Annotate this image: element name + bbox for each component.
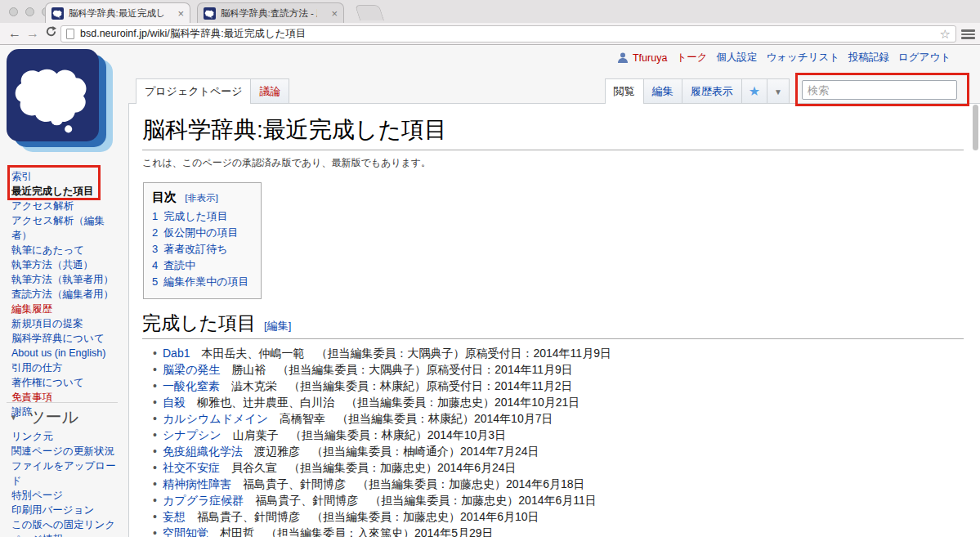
sidebar-nav-list: 索引 最近完成した項目 アクセス解析 アクセス解析（編集者） 執筆にあたって 執…: [11, 169, 124, 419]
sidebar-nav-item: 執筆方法（執筆者用）: [11, 272, 124, 287]
sidebar-nav-link[interactable]: 最近完成した項目: [11, 186, 94, 197]
window-close-button[interactable]: [9, 7, 18, 16]
toc-item: 2仮公開中の項目: [152, 225, 249, 241]
completed-item: 脳梁の発生 勝山裕 （担当編集委員：大隅典子）原稿受付日：2014年11月9日: [163, 361, 964, 378]
sidebar-nav-link[interactable]: 新規項目の提案: [11, 318, 83, 329]
toc-link[interactable]: 4査読中: [152, 259, 195, 271]
toc-item: 3著者改訂待ち: [152, 241, 249, 257]
sidebar-tool-link[interactable]: ファイルをアップロード: [11, 460, 116, 486]
sidebar-nav-link[interactable]: 索引: [11, 171, 32, 182]
completed-item: Dab1 本田岳夫、仲嶋一範 （担当編集委員：大隅典子）原稿受付日：2014年1…: [163, 345, 964, 361]
back-icon[interactable]: ←: [7, 25, 23, 42]
tab-more-actions[interactable]: ▼: [767, 78, 790, 103]
sidebar-nav-link[interactable]: アクセス解析: [11, 200, 74, 212]
sidebar-tool-link[interactable]: 印刷用バージョン: [11, 504, 94, 516]
search-input[interactable]: [808, 84, 951, 96]
new-tab-button[interactable]: [355, 5, 384, 20]
entry-link[interactable]: 免疫組織化学法: [163, 445, 243, 458]
completed-item: カプグラ症候群 福島貴子、針間博彦 （担当編集委員：加藤忠史）2014年6月11…: [163, 492, 964, 508]
sidebar-nav-link[interactable]: 執筆にあたって: [11, 244, 84, 256]
entry-link[interactable]: カルシウムドメイン: [163, 412, 268, 425]
bookmark-star-icon[interactable]: ☆: [940, 28, 951, 40]
sidebar-nav-item: 編集履歴: [11, 302, 124, 316]
sidebar-nav-link[interactable]: アクセス解析（編集者）: [11, 215, 105, 241]
user-icon: [618, 52, 628, 63]
forward-icon[interactable]: →: [25, 25, 41, 42]
entry-link[interactable]: 社交不安症: [163, 461, 220, 474]
sidebar-nav-item: アクセス解析: [11, 199, 124, 213]
toc-link[interactable]: 3著者改訂待ち: [152, 243, 228, 255]
url-text[interactable]: bsd.neuroinf.jp/wiki/脳科学辞典:最近完成した項目: [80, 27, 306, 41]
entry-details: 澁木克栄 （担当編集委員：林康紀）原稿受付日：2014年11月2日: [220, 379, 572, 392]
sidebar-tool-item: 特別ページ: [11, 488, 121, 503]
entry-link[interactable]: シナプシン: [163, 428, 222, 441]
sidebar-nav-link[interactable]: 編集履歴: [11, 303, 52, 315]
contributions-link[interactable]: 投稿記録: [848, 51, 889, 65]
toc-link[interactable]: 2仮公開中の項目: [152, 226, 239, 239]
chrome-menu-icon[interactable]: [961, 29, 975, 38]
sidebar-nav-link[interactable]: 執筆方法（共通）: [11, 259, 93, 271]
sidebar-tool-link[interactable]: リンク元: [11, 431, 53, 442]
entry-link[interactable]: カプグラ症候群: [163, 494, 244, 507]
sidebar-tool-link[interactable]: 特別ページ: [11, 490, 63, 501]
tab-close-icon[interactable]: ×: [331, 8, 338, 19]
watch-star-icon[interactable]: ★: [749, 84, 760, 98]
window-minimize-button[interactable]: [25, 7, 34, 16]
toc-link[interactable]: 5編集作業中の項目: [152, 275, 249, 288]
sidebar-nav-link[interactable]: 著作権について: [11, 377, 84, 388]
edit-link[interactable]: 編集: [652, 85, 673, 97]
reload-icon[interactable]: [43, 25, 59, 42]
completed-items-list: Dab1 本田岳夫、仲嶋一範 （担当編集委員：大隅典子）原稿受付日：2014年1…: [142, 345, 964, 537]
section-edit-link[interactable]: [編集]: [264, 320, 291, 332]
tab-edit[interactable]: 編集: [644, 78, 682, 103]
history-link[interactable]: 履歴表示: [691, 85, 733, 97]
watchlist-link[interactable]: ウォッチリスト: [766, 51, 839, 65]
tools-header-label: ツール: [29, 406, 78, 428]
entry-details: 勝山裕 （担当編集委員：大隅典子）原稿受付日：2014年11月9日: [220, 363, 572, 376]
tools-section-header[interactable]: ▼ ツール: [10, 406, 78, 428]
entry-link[interactable]: 精神病性障害: [163, 477, 231, 490]
tab-watch[interactable]: ★: [742, 78, 767, 103]
user-talk-link[interactable]: トーク: [676, 51, 707, 65]
toc-list: 1完成した項目 2仮公開中の項目 3著者改訂待ち 4査読中 5編集作業中の項目: [152, 208, 249, 290]
sidebar-nav-link[interactable]: 脳科学辞典について: [11, 333, 105, 344]
browser-tab-current[interactable]: 脳科学辞典:最近完成した項目 ×: [45, 2, 190, 23]
sidebar-tool-link[interactable]: この版への固定リンク: [11, 519, 115, 530]
entry-link[interactable]: 一酸化窒素: [163, 379, 220, 392]
sidebar-nav-link[interactable]: 引用の仕方: [11, 362, 63, 374]
sidebar-tool-item: 関連ページの更新状況: [11, 444, 121, 459]
page-scrollbar-thumb[interactable]: [973, 105, 978, 150]
user-page-link[interactable]: Tfuruya: [633, 52, 667, 64]
sidebar-tool-link[interactable]: ページ情報: [11, 534, 63, 537]
entry-link[interactable]: 自殺: [163, 396, 186, 409]
completed-item: 免疫組織化学法 渡辺雅彦 （担当編集委員：柚崎通介）2014年7月24日: [163, 443, 964, 459]
entry-link[interactable]: 脳梁の発生: [163, 363, 220, 376]
sidebar-tool-link[interactable]: 関連ページの更新状況: [11, 445, 114, 457]
tab-talk[interactable]: 議論: [251, 78, 289, 103]
tab-read[interactable]: 閲覧: [605, 78, 644, 104]
logout-link[interactable]: ログアウト: [898, 51, 951, 65]
entry-link[interactable]: Dab1: [163, 347, 190, 360]
entry-link[interactable]: 空間知覚: [163, 526, 208, 537]
sidebar-nav-link[interactable]: 免責事項: [11, 392, 52, 403]
tab-close-icon[interactable]: ×: [177, 8, 184, 19]
toc-hide-toggle[interactable]: [非表示]: [185, 193, 218, 203]
collapse-caret-icon: ▼: [10, 414, 17, 422]
entry-link[interactable]: 妄想: [163, 510, 186, 523]
chevron-down-icon[interactable]: ▼: [774, 87, 782, 96]
sidebar-nav-link[interactable]: About us (in English): [11, 347, 105, 359]
browser-tab-background[interactable]: 脳科学辞典:査読方法 - 脳科学辞典 ×: [197, 2, 344, 23]
address-bar[interactable]: bsd.neuroinf.jp/wiki/脳科学辞典:最近完成した項目 ☆: [60, 25, 956, 43]
site-logo[interactable]: [7, 49, 114, 157]
talk-link[interactable]: 議論: [259, 85, 280, 97]
approved-revision-note: これは、このページの承認済み版であり、最新版でもあります。: [142, 156, 964, 170]
sidebar-nav-link[interactable]: 執筆方法（執筆者用）: [11, 274, 114, 285]
toc-title-row: 目次 [非表示]: [152, 190, 249, 205]
preferences-link[interactable]: 個人設定: [716, 51, 757, 65]
toc-link[interactable]: 1完成した項目: [152, 210, 228, 222]
completed-item: カルシウムドメイン 高橋智幸 （担当編集委員：林康紀）2014年10月7日: [163, 410, 964, 427]
sidebar-nav-item: 新規項目の提案: [11, 316, 124, 331]
tab-history[interactable]: 履歴表示: [682, 78, 742, 103]
tab-project-page[interactable]: プロジェクトページ: [136, 78, 251, 104]
sidebar-nav-link[interactable]: 査読方法（編集者用）: [11, 289, 114, 300]
